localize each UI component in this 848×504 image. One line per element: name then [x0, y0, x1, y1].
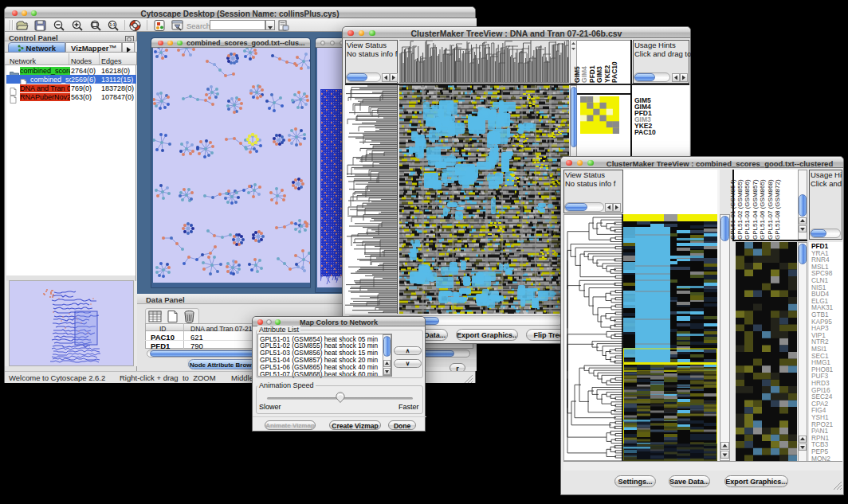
svg-text:1:1: 1:1 — [109, 22, 115, 27]
